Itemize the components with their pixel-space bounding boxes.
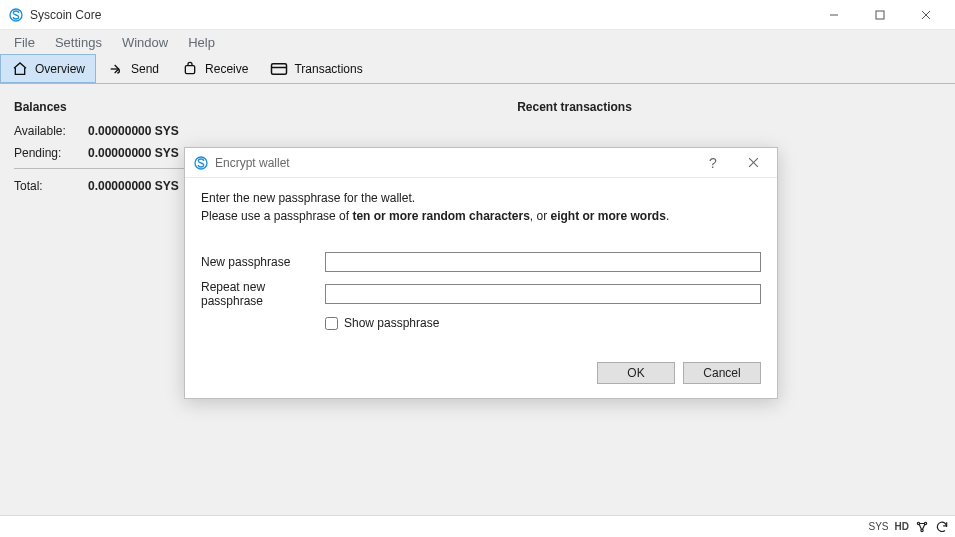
tab-overview-label: Overview (35, 62, 85, 76)
repeat-passphrase-label: Repeat new passphrase (201, 280, 325, 308)
home-icon (11, 60, 29, 78)
repeat-passphrase-row: Repeat new passphrase (201, 280, 761, 308)
app-icon (8, 7, 24, 23)
menu-bar: File Settings Window Help (0, 30, 955, 54)
receive-icon (181, 60, 199, 78)
balance-total-value: 0.00000000 SYS (88, 179, 179, 193)
dialog-instruction-bold1: ten or more random characters (352, 209, 529, 223)
menu-settings[interactable]: Settings (45, 33, 112, 52)
transactions-icon (270, 60, 288, 78)
tab-transactions-label: Transactions (294, 62, 362, 76)
dialog-close-button[interactable] (733, 149, 773, 177)
dialog-form: New passphrase Repeat new passphrase Sho… (201, 252, 761, 330)
new-passphrase-row: New passphrase (201, 252, 761, 272)
menu-window[interactable]: Window (112, 33, 178, 52)
tab-send[interactable]: Send (96, 54, 170, 83)
balance-total-label: Total: (14, 179, 88, 193)
send-icon (107, 60, 125, 78)
new-passphrase-label: New passphrase (201, 255, 325, 269)
svg-rect-5 (185, 65, 194, 73)
status-ticker: SYS (869, 521, 889, 532)
dialog-instruction-line2: Please use a passphrase of ten or more r… (201, 208, 761, 224)
tab-transactions[interactable]: Transactions (259, 54, 373, 83)
dialog-app-icon (193, 155, 209, 171)
window-maximize-button[interactable] (857, 0, 903, 30)
menu-file[interactable]: File (4, 33, 45, 52)
show-passphrase-label: Show passphrase (344, 316, 439, 330)
window-titlebar: Syscoin Core (0, 0, 955, 30)
menu-help[interactable]: Help (178, 33, 225, 52)
balance-available-value: 0.00000000 SYS (88, 124, 179, 138)
new-passphrase-input[interactable] (325, 252, 761, 272)
window-close-button[interactable] (903, 0, 949, 30)
balances-heading: Balances (14, 100, 214, 114)
tab-receive[interactable]: Receive (170, 54, 259, 83)
status-bar: SYS HD (0, 515, 955, 537)
dialog-help-button[interactable]: ? (693, 149, 733, 177)
toolbar: Overview Send Receive Transactions (0, 54, 955, 84)
svg-rect-6 (272, 63, 287, 74)
tab-receive-label: Receive (205, 62, 248, 76)
encrypt-wallet-dialog: Encrypt wallet ? Enter the new passphras… (184, 147, 778, 399)
dialog-body: Enter the new passphrase for the wallet.… (185, 178, 777, 352)
tab-overview[interactable]: Overview (0, 54, 96, 83)
tab-send-label: Send (131, 62, 159, 76)
dialog-title: Encrypt wallet (215, 156, 290, 170)
ok-button[interactable]: OK (597, 362, 675, 384)
sync-icon (935, 520, 949, 534)
network-icon (915, 520, 929, 534)
balance-divider (14, 168, 184, 169)
balance-pending-label: Pending: (14, 146, 88, 160)
dialog-instruction-line1: Enter the new passphrase for the wallet. (201, 190, 761, 206)
window-minimize-button[interactable] (811, 0, 857, 30)
show-passphrase-row: Show passphrase (325, 316, 761, 330)
repeat-passphrase-input[interactable] (325, 284, 761, 304)
status-hd: HD (895, 521, 909, 532)
dialog-instruction-mid: , or (530, 209, 551, 223)
balance-pending-value: 0.00000000 SYS (88, 146, 179, 160)
window-title: Syscoin Core (30, 8, 101, 22)
recent-transactions-heading: Recent transactions (214, 100, 935, 114)
dialog-instruction-prefix: Please use a passphrase of (201, 209, 352, 223)
balance-available-label: Available: (14, 124, 88, 138)
svg-point-10 (921, 529, 923, 531)
dialog-titlebar: Encrypt wallet ? (185, 148, 777, 178)
dialog-instruction-suffix: . (666, 209, 669, 223)
dialog-instruction-bold2: eight or more words (551, 209, 666, 223)
dialog-footer: OK Cancel (185, 352, 777, 398)
svg-rect-2 (876, 11, 884, 19)
cancel-button[interactable]: Cancel (683, 362, 761, 384)
show-passphrase-checkbox[interactable] (325, 317, 338, 330)
balance-row-available: Available: 0.00000000 SYS (14, 120, 214, 142)
